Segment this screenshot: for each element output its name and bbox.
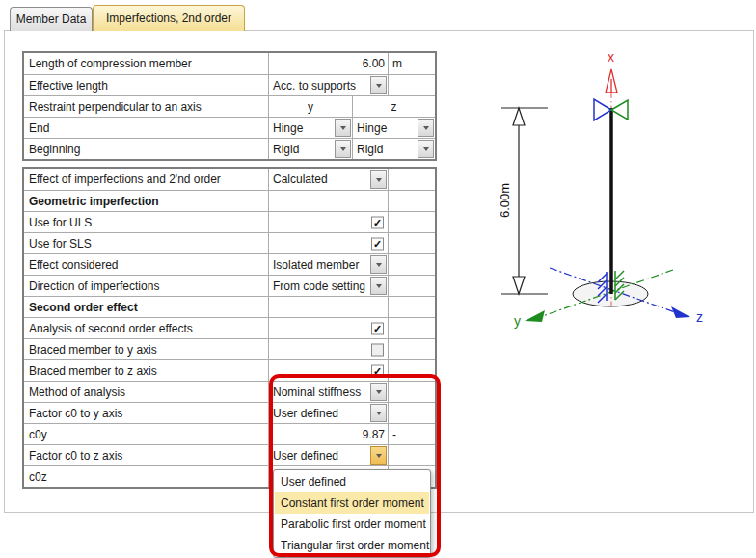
dropdown-factor-c0-to-y-axis[interactable]: User defined <box>269 403 388 423</box>
dropdown-cell: Isolated member <box>269 254 389 275</box>
dropdown-value: Isolated member <box>273 258 359 272</box>
chevron-down-icon[interactable] <box>418 140 434 158</box>
dropdown-direction-of-imperfections[interactable]: From code setting <box>269 276 388 296</box>
chevron-down-icon[interactable] <box>335 140 351 158</box>
dropdown-effect-of-imperfections-and-2-nd-order[interactable]: Calculated <box>269 169 388 190</box>
tab-member-data[interactable]: Member Data <box>10 7 93 31</box>
dropdown-cell-z: Rigid <box>353 139 435 159</box>
row-label-effective-length: Effective length <box>24 75 269 95</box>
dropdown-cell: Calculated <box>269 169 389 190</box>
z-axis-label: z <box>696 309 703 325</box>
chevron-down-icon[interactable] <box>335 119 351 137</box>
checkbox-braced-member-to-y-axis[interactable] <box>371 343 384 356</box>
row-label-c0y: c0y <box>24 424 269 444</box>
chevron-down-icon[interactable] <box>370 383 387 401</box>
checkbox-use-for-sls[interactable]: ✓ <box>371 237 384 250</box>
table-row: Effect consideredIsolated member <box>24 253 435 275</box>
row-label-factor-c0-to-z-axis: Factor c0 to z axis <box>24 445 269 465</box>
value-text: 9.87 <box>269 428 388 441</box>
dropdown-cell: Nominal stiffness <box>269 382 389 402</box>
imperfections-table: Effect of imperfections and 2'nd orderCa… <box>22 167 437 489</box>
dropdown-value: Nominal stiffness <box>273 385 361 399</box>
checkbox-cell: ✓ <box>269 318 389 338</box>
tab-imperfections-label: Imperfections, 2nd order <box>106 12 231 25</box>
checkbox-use-for-uls[interactable]: ✓ <box>371 216 384 228</box>
row-label-effect-of-imperfections-and-2-nd-order: Effect of imperfections and 2'nd order <box>24 169 269 190</box>
dropdown-option-constant-first-order-moment[interactable]: Constant first order moment <box>275 492 429 514</box>
dropdown-value: From code setting <box>273 279 365 293</box>
dropdown-value: Calculated <box>273 173 328 186</box>
dropdown-effect-considered[interactable]: Isolated member <box>269 254 388 275</box>
y-axis-label: y <box>514 313 521 329</box>
chevron-down-icon[interactable] <box>370 446 387 465</box>
table-row: Use for SLS✓ <box>24 232 435 253</box>
row-label-braced-member-to-y-axis: Braced member to y axis <box>24 339 269 359</box>
unit-cell <box>389 254 435 275</box>
empty-cell <box>269 191 389 211</box>
dropdown-value: User defined <box>273 449 338 463</box>
dropdown-option-parabolic-first-order-moment[interactable]: Parabolic first order moment <box>275 514 429 535</box>
checkbox-cell <box>269 339 389 359</box>
row-label-factor-c0-to-y-axis: Factor c0 to y axis <box>24 403 269 423</box>
dropdown-beginning-z[interactable]: Rigid <box>353 139 435 159</box>
unit-cell: - <box>389 424 435 444</box>
dropdown-method-of-analysis[interactable]: Nominal stiffness <box>269 382 388 402</box>
value-text: 6.00 <box>269 57 388 70</box>
unit-cell: m <box>389 53 435 74</box>
axis-y-header: y <box>269 96 353 117</box>
factor-c0-z-dropdown-list: User definedConstant first order momentP… <box>273 469 431 558</box>
checkbox-braced-member-to-z-axis[interactable]: ✓ <box>371 364 384 377</box>
chevron-down-icon[interactable] <box>370 76 387 94</box>
unit-text: - <box>392 428 396 441</box>
dropdown-option-user-defined[interactable]: User defined <box>275 471 429 492</box>
dropdown-cell: Acc. to supports <box>269 75 389 95</box>
axis-y-header-text: y <box>308 100 313 114</box>
unit-cell <box>389 276 435 296</box>
empty-cell <box>389 191 435 211</box>
table-row: Factor c0 to y axisUser defined <box>24 402 435 423</box>
row-label-use-for-sls: Use for SLS <box>24 233 269 253</box>
checkbox-cell: ✓ <box>269 360 389 381</box>
unit-cell <box>389 360 435 381</box>
dimension-label: 6.00m <box>498 183 512 218</box>
dropdown-value: Hinge <box>357 121 387 135</box>
dropdown-cell: User defined <box>269 445 389 465</box>
chevron-down-icon[interactable] <box>418 119 434 137</box>
table-row: Geometric imperfection <box>24 190 435 211</box>
dropdown-effective-length[interactable]: Acc. to supports <box>269 75 388 95</box>
dropdown-value: Rigid <box>357 143 383 156</box>
chevron-down-icon[interactable] <box>370 404 387 422</box>
chevron-down-icon[interactable] <box>370 255 387 274</box>
unit-cell <box>389 318 435 338</box>
top-hinge-green <box>611 100 628 120</box>
table-row: Effect of imperfections and 2'nd orderCa… <box>24 169 435 190</box>
row-label-geometric-imperfection: Geometric imperfection <box>24 191 269 211</box>
chevron-down-icon[interactable] <box>370 277 387 295</box>
unit-cell <box>389 403 435 423</box>
dropdown-end-y[interactable]: Hinge <box>269 118 352 138</box>
y-axis-arrow <box>525 310 545 322</box>
unit-cell <box>389 169 435 190</box>
dropdown-cell-z: Hinge <box>353 118 435 138</box>
dropdown-cell-y: Hinge <box>269 118 353 138</box>
supports-table: Length of compression member6.00mEffecti… <box>22 51 437 161</box>
value-cell-length-of-compression-member[interactable]: 6.00 <box>269 53 389 74</box>
table-row: Analysis of second order effects✓ <box>24 317 435 338</box>
dropdown-end-z[interactable]: Hinge <box>353 118 435 138</box>
table-row: Braced member to z axis✓ <box>24 359 435 381</box>
value-cell-c0y[interactable]: 9.87 <box>269 424 389 444</box>
dropdown-value: User defined <box>273 407 338 420</box>
checkbox-analysis-of-second-order-effects[interactable]: ✓ <box>371 322 384 334</box>
unit-text: m <box>392 57 402 70</box>
chevron-down-icon[interactable] <box>370 170 387 189</box>
dropdown-factor-c0-to-z-axis[interactable]: User defined <box>269 445 388 465</box>
dropdown-option-triangular-first-order-moment[interactable]: Triangular first order moment <box>275 535 429 556</box>
table-row: Restraint perpendicular to an axisyz <box>24 95 435 117</box>
row-label-effect-considered: Effect considered <box>24 254 269 275</box>
dropdown-beginning-y[interactable]: Rigid <box>269 139 352 159</box>
member-diagram: z y x 6.00m <box>477 48 728 337</box>
table-row: Effective lengthAcc. to supports <box>24 74 435 95</box>
top-hinge-blue <box>594 99 611 120</box>
tab-imperfections-2nd-order[interactable]: Imperfections, 2nd order <box>93 5 245 31</box>
checkbox-cell: ✓ <box>269 233 389 253</box>
